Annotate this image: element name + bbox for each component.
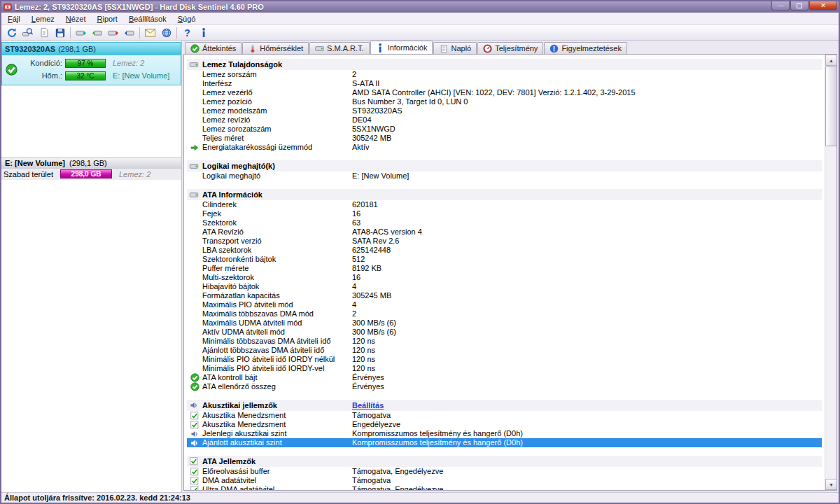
no-icon [190,264,201,273]
menu-item-1[interactable]: Lemez [26,13,60,24]
info-row[interactable]: Cilinderek620181 [187,200,822,209]
close-button[interactable]: ✕ [809,1,837,10]
no-icon [190,115,201,125]
info-row[interactable]: Transzport verzióSATA Rev 2.6 [187,237,822,246]
info-row[interactable]: Minimális PIO átviteli idő IORDY-vel120 … [187,364,822,373]
content-area: ÁttekintésHőmérsékletS.M.A.R.T.Informáci… [182,41,839,492]
info-row[interactable]: Multi-szektorok16 [187,273,822,282]
row-value: DE04 [352,115,372,125]
row-label: Hibajavító bájtok [202,282,259,290]
menu-item-3[interactable]: Riport [92,13,123,24]
free-space-bar: 298,0 GB [60,169,112,178]
first-disk-icon[interactable] [73,26,89,40]
info-row[interactable]: Hibajavító bájtok4 [187,282,822,291]
tab-overview[interactable]: Áttekintés [185,42,241,54]
row-value: Támogatva, Engedélyezve [352,485,443,490]
info-row[interactable]: Teljes méret305242 MB [187,134,822,143]
next-disk-icon[interactable] [105,26,121,40]
info-row[interactable]: Jelenlegi akusztikai szintKompromisszumo… [187,429,822,438]
send-mail-icon[interactable] [142,26,158,40]
info-row[interactable]: Lemez sorozatszám5SX1NWGD [187,125,822,134]
info-row[interactable]: Minimális PIO átviteli idő IORDY nélkül1… [187,355,822,364]
info-row[interactable]: Akusztika MenedzsmentTámogatva [187,411,822,420]
info-row[interactable]: Energiatakarékossági üzemmódAktív [187,143,822,152]
info-row[interactable]: Aktív UDMA átviteli mód300 MB/s (6) [187,328,822,337]
info-row[interactable]: ATA kontroll bájtÉrvényes [187,373,822,382]
tab-temperature[interactable]: Hőmérséklet [242,42,309,54]
info-row[interactable]: Maximális UDMA átviteli mód300 MB/s (6) [187,318,822,328]
info-row[interactable]: Lemez revízióDE04 [187,115,822,125]
row-label: Fejek [202,209,221,218]
partition-list-item[interactable]: E: [New Volume] (298,1 GB) Szabad terüle… [1,157,181,180]
info-row[interactable]: ATA ellenőrző összegÉrvényes [187,382,822,391]
scroll-up-icon[interactable]: ▲ [825,55,837,66]
checkbox-icon [189,457,199,466]
refresh-icon[interactable] [4,26,20,40]
menu-item-2[interactable]: Nézet [60,13,92,24]
no-icon [190,300,201,309]
info-row[interactable]: DMA adatátvitelTámogatva [187,476,822,485]
row-value: S-ATA II [352,79,379,88]
info-row[interactable]: Ajánlott többszavas DMA átviteli idő120 … [187,346,822,355]
save-icon[interactable] [52,26,68,40]
info-row[interactable]: Formázatlan kapacitás305245 MB [187,291,822,300]
scrollbar[interactable]: ▲ ▼ [825,55,836,490]
info-row[interactable]: Fejek16 [187,209,822,218]
info-row[interactable]: LBA szektorok625142448 [187,246,822,255]
menu-item-5[interactable]: Súgó [172,13,202,24]
row-value: 2 [352,309,356,318]
info-row[interactable]: Lemez vezérlőAMD SATA Controller (AHCI) … [187,88,822,97]
info-row[interactable]: ATA RevízióATA8-ACS version 4 [187,227,822,237]
scroll-down-icon[interactable]: ▼ [825,479,837,490]
report-icon[interactable] [36,26,52,40]
info-row[interactable]: Lemez sorszám2 [187,70,822,79]
menu-item-0[interactable]: Fájl [2,13,26,24]
info-row[interactable]: Szektoronkénti bájtok512 [187,255,822,264]
maximize-button[interactable] [790,1,808,10]
row-label: Lemez vezérlő [202,88,253,97]
about-icon[interactable] [195,26,211,40]
website-icon[interactable] [158,26,174,40]
row-label: ATA ellenőrző összeg [202,382,276,391]
section-title: Akusztikai jellemzők [202,401,277,410]
info-row[interactable]: Logikai meghajtóE: [New Volume] [187,172,822,181]
checkbox-icon [190,411,201,420]
info-section: Akusztikai jellemzőkBeállításAkusztika M… [187,400,822,447]
last-disk-icon[interactable] [121,26,137,40]
info-row[interactable]: Maximális többszavas DMA mód2 [187,309,822,318]
scrollbar-thumb[interactable] [825,66,837,146]
info-row[interactable]: Maximális PIO átviteli mód4 [187,300,822,309]
tab-alerts[interactable]: Figyelmeztetések [544,42,627,54]
disk-icon [189,60,199,69]
prev-disk-icon[interactable] [89,26,105,40]
row-value: 300 MB/s (6) [352,318,396,328]
info-row[interactable]: Ultra DMA adatátvitelTámogatva, Engedély… [187,485,822,490]
temperature-label: Hőm.: [22,71,62,80]
status-bar: Állapot utoljára frissítve: 2016.02.23. … [1,492,839,503]
titlebar[interactable]: Lemez: 2, ST9320320AS [5SX1NWGD] - Hard … [1,1,839,13]
info-row[interactable]: Lemez modelszámST9320320AS [187,106,822,115]
tab-log[interactable]: Napló [433,42,477,54]
info-row[interactable]: Szektorok63 [187,218,822,227]
info-row[interactable]: Előreolvasási bufferTámogatva, Engedélye… [187,467,822,476]
info-row[interactable]: Minimális többszavas DMA átviteli idő120… [187,337,822,346]
alert-icon [550,44,559,53]
info-row[interactable]: Puffer mérete8192 KB [187,264,822,273]
main-area: ST9320320AS (298,1 GB) Kondíció: 97 % Le… [1,41,839,492]
row-value: E: [New Volume] [352,172,409,181]
tab-smart[interactable]: S.M.A.R.T. [309,42,370,54]
volume-ref: E: [New Volume] [113,71,169,80]
info-row[interactable]: Akusztika MenedzsmentEngedélyezve [187,420,822,429]
minimize-button[interactable]: — [771,1,790,10]
info-row[interactable]: InterfészS-ATA II [187,79,822,88]
menu-item-4[interactable]: Beállítások [123,13,172,24]
info-row[interactable]: Lemez pozícióBus Number 3, Target Id 0, … [187,97,822,106]
info-row[interactable]: Ajánlott akusztikai szintKompromisszumos… [187,438,822,447]
help-icon[interactable]: ? [179,26,195,40]
toolbar-separator [176,27,177,38]
disk-list-item[interactable]: ST9320320AS (298,1 GB) Kondíció: 97 % Le… [1,42,181,85]
settings-link[interactable]: Beállítás [352,401,384,410]
tab-information[interactable]: Információk [370,41,433,54]
tab-performance[interactable]: Teljesítmény [477,42,543,54]
quick-test-icon[interactable] [20,26,36,40]
